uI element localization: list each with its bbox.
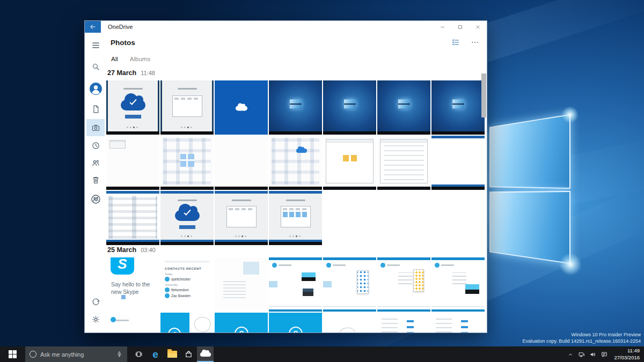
photo-thumbnail-app-sync[interactable] [269, 191, 322, 245]
taskbar-app-onedrive[interactable] [197, 346, 214, 362]
sync-icon [91, 298, 100, 307]
photo-thumbnail-desktop-plain[interactable] [106, 136, 159, 190]
sk-togglerows-graphic [407, 317, 414, 333]
sidebar-item-discover[interactable] [86, 192, 105, 206]
tray-action-center-button[interactable] [598, 346, 610, 362]
sidebar-item-sync[interactable] [86, 295, 105, 309]
sidebar-item-shared[interactable] [86, 156, 105, 169]
minimize-button[interactable] [434, 21, 451, 33]
photo-thumbnail-skype-chat-keypad[interactable] [323, 257, 376, 312]
photo-thumbnail-skype-toggles[interactable] [431, 313, 485, 333]
sk-scircle-graphic [235, 327, 248, 333]
photo-thumbnail-desktop-blank[interactable] [215, 136, 268, 190]
photo-thumbnail-hero[interactable] [269, 80, 322, 135]
sidebar-item-photos[interactable] [86, 119, 105, 136]
back-button[interactable] [85, 21, 101, 33]
photo-thumbnail-app-files[interactable] [106, 191, 159, 245]
tab-all[interactable]: All [111, 56, 118, 62]
photo-thumbnail-skype-chat-media2[interactable] [431, 257, 485, 312]
taskbar-app-task-view[interactable] [130, 346, 147, 362]
sidebar-item-settings[interactable] [86, 312, 105, 326]
select-multiple-button[interactable] [451, 38, 460, 47]
sidebar-item-files[interactable] [86, 102, 105, 116]
contact-row: spellchecker [165, 277, 212, 282]
file-explorer-icon [167, 351, 177, 358]
contacts-section-label: Today [165, 272, 212, 276]
microphone-icon[interactable] [116, 351, 123, 358]
cortana-search-box[interactable]: Ask me anything [25, 346, 127, 362]
group-date[interactable]: 27 March [107, 69, 136, 77]
photo-thumbnail-skype-blue[interactable] [215, 313, 268, 333]
maximize-button[interactable] [451, 21, 469, 33]
contact-avatar [165, 293, 170, 298]
win-graphic [172, 95, 202, 117]
search-icon [91, 62, 100, 71]
scrollbar-thumb[interactable] [481, 73, 486, 117]
photo-thumbnail-hero[interactable] [377, 80, 430, 135]
taskbar-app-store[interactable] [180, 346, 197, 362]
windows-start-icon [9, 350, 17, 358]
taskbar-clock[interactable]: 11:49 27/03/2016 [614, 348, 640, 361]
photo-thumbnail-setup-share[interactable] [160, 80, 214, 135]
photo-thumbnail-desktop-busy[interactable] [160, 136, 214, 190]
sk-lines-graphic [452, 272, 466, 284]
start-button[interactable] [0, 346, 25, 362]
tray-chevron-up-button[interactable] [565, 346, 576, 362]
photo-thumbnail-skype-sketch[interactable] [323, 313, 376, 333]
chevron-up-icon [567, 351, 574, 358]
photo-thumbnail-skype-chat-media[interactable] [269, 257, 322, 312]
photo-thumbnail-hero[interactable] [323, 80, 376, 135]
photo-thumbnail-app-skinny[interactable] [431, 136, 485, 190]
contact-row: Zac Bowden [165, 293, 212, 298]
sidebar-item-recent[interactable] [86, 138, 105, 152]
tray-volume-button[interactable] [587, 346, 598, 362]
taskbar: Ask me anything e 11:49 27/03/2016 [0, 346, 644, 362]
photo-thumbnail-desktop-cloud[interactable] [269, 136, 322, 190]
photo-thumbnail-skype-chat-emoji[interactable] [377, 257, 430, 312]
dots-graphic [187, 235, 189, 237]
blurtext-graphic [223, 281, 246, 298]
win-graphic [226, 206, 257, 227]
photo-thumbnail-skype-contacts[interactable]: CONTACTS RECENTTodayspellcheckerYesterda… [160, 257, 214, 312]
sk-sketch-graphic [338, 327, 356, 333]
photo-thumbnail-skype-chat-blur[interactable] [215, 257, 268, 312]
photo-thumbnail-skype-chat-top[interactable] [106, 313, 159, 333]
close-button[interactable] [469, 21, 487, 33]
sk-bot-graphic [269, 309, 322, 312]
tbar-graphic [160, 242, 214, 245]
taskbar-app-edge[interactable]: e [147, 346, 164, 362]
photo-thumbnail-od-blue[interactable] [215, 80, 268, 135]
tbar-graphic [160, 131, 214, 135]
hamburger-menu-button[interactable] [86, 38, 105, 52]
onedrive-icon [200, 352, 211, 357]
group-date[interactable]: 25 March [107, 246, 136, 254]
win-sm-graphic [109, 140, 126, 149]
photo-thumbnail-app-cloud[interactable] [160, 191, 214, 245]
contact-name: tfeboredom [171, 288, 189, 292]
sidebar-item-recycle-bin[interactable] [86, 173, 105, 187]
title-bar[interactable]: OneDrive [85, 21, 487, 33]
desktop-wallpaper: OneDrive Photos [0, 0, 644, 362]
taskbar-app-file-explorer[interactable] [164, 346, 180, 362]
tbar-graphic [323, 187, 376, 190]
photo-thumbnail-explorer-folders[interactable] [323, 136, 376, 190]
photo-thumbnail-setup-cloud[interactable] [106, 80, 159, 135]
see-more-button[interactable] [471, 38, 479, 47]
action-center-icon [601, 351, 608, 358]
sk-bubble-graphic [323, 281, 332, 287]
sidebar-item-account[interactable] [86, 82, 105, 95]
photo-thumbnail-hero[interactable] [431, 80, 485, 135]
photo-thumbnail-skype-blue[interactable] [269, 313, 322, 333]
photo-thumbnail-explorer-list[interactable] [377, 136, 430, 190]
photo-thumbnail-app-share[interactable] [215, 191, 268, 245]
tbar-graphic [323, 131, 376, 135]
photo-thumbnail-skype-toggles[interactable] [377, 313, 430, 333]
photo-thumbnail-skype-blue-split[interactable] [160, 313, 214, 333]
tray-network-button[interactable] [576, 346, 587, 362]
watermark-line1: Windows 10 Pro Insider Preview [523, 331, 641, 338]
sidebar-item-search[interactable] [86, 60, 105, 73]
tbar-graphic [106, 242, 159, 245]
tab-albums[interactable]: Albums [130, 56, 150, 62]
sk-top-graphic [431, 257, 485, 260]
photo-thumbnail-skype-promo[interactable]: Say hello to the new Skype [106, 257, 159, 312]
